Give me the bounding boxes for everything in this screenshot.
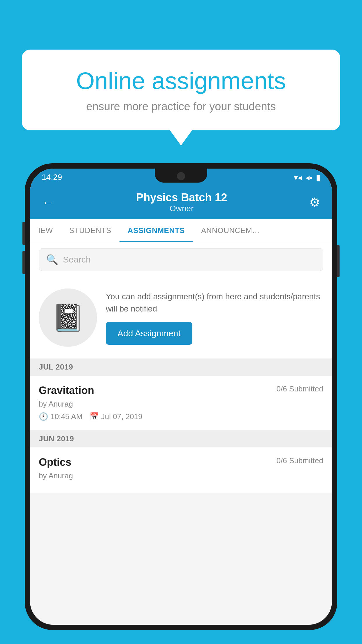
battery-icon: ▮ (316, 173, 320, 182)
speech-bubble-title: Online assignments (45, 67, 317, 94)
volume-down-button (22, 251, 25, 274)
add-assignment-description: You can add assignment(s) from here and … (106, 290, 323, 315)
signal-icon: ◂▪ (305, 173, 312, 182)
header-title-block: Physics Batch 12 Owner (54, 191, 309, 213)
calendar-icon: 📅 (89, 412, 99, 421)
assignment-title: Gravitation (39, 384, 94, 397)
tab-overview[interactable]: IEW (30, 219, 61, 242)
assignment-header-optics: Optics 0/6 Submitted (39, 456, 323, 468)
assignment-title-optics: Optics (39, 456, 71, 468)
assignment-header: Gravitation 0/6 Submitted (39, 384, 323, 397)
search-placeholder: Search (63, 255, 91, 265)
assignment-item-gravitation[interactable]: Gravitation 0/6 Submitted by Anurag 🕙 10… (30, 376, 332, 430)
settings-icon[interactable]: ⚙ (309, 195, 320, 209)
batch-role: Owner (170, 204, 194, 213)
power-button (337, 245, 340, 277)
speech-bubble-subtitle: ensure more practice for your students (45, 100, 317, 113)
add-assignment-button[interactable]: Add Assignment (106, 322, 192, 345)
phone-frame: 14:29 ▾◂ ◂▪ ▮ ← Physics Batch 12 Owner ⚙… (25, 163, 337, 630)
add-assignment-section: 📓 You can add assignment(s) from here an… (30, 277, 332, 358)
volume-up-button (22, 222, 25, 245)
app-header: ← Physics Batch 12 Owner ⚙ (30, 186, 332, 219)
status-time: 14:29 (42, 173, 62, 182)
assignment-date-value: Jul 07, 2019 (101, 412, 143, 421)
assignment-author-optics: by Anurag (39, 471, 323, 480)
tab-students[interactable]: STUDENTS (61, 219, 120, 242)
notebook-icon-circle: 📓 (39, 288, 97, 347)
assignment-time: 🕙 10:45 AM (39, 412, 82, 421)
search-icon: 🔍 (46, 254, 58, 265)
tab-announcements[interactable]: ANNOUNCEM… (193, 219, 268, 242)
back-button[interactable]: ← (42, 195, 54, 209)
status-icons: ▾◂ ◂▪ ▮ (294, 173, 320, 182)
wifi-icon: ▾◂ (294, 173, 302, 182)
month-separator-jul: JUL 2019 (30, 358, 332, 376)
assignment-submitted: 0/6 Submitted (277, 384, 323, 393)
search-bar[interactable]: 🔍 Search (39, 248, 323, 271)
speech-bubble-card: Online assignments ensure more practice … (22, 50, 340, 130)
assignment-time-value: 10:45 AM (50, 412, 82, 421)
month-separator-jun: JUN 2019 (30, 430, 332, 447)
tab-assignments[interactable]: ASSIGNMENTS (120, 219, 193, 242)
batch-name: Physics Batch 12 (54, 191, 309, 204)
tab-bar: IEW STUDENTS ASSIGNMENTS ANNOUNCEM… (30, 219, 332, 242)
phone-screen: 14:29 ▾◂ ◂▪ ▮ ← Physics Batch 12 Owner ⚙… (30, 169, 332, 625)
assignment-date: 📅 Jul 07, 2019 (89, 412, 143, 421)
assignment-meta: 🕙 10:45 AM 📅 Jul 07, 2019 (39, 412, 323, 421)
search-container: 🔍 Search (30, 242, 332, 277)
assignment-author: by Anurag (39, 400, 323, 409)
assignment-submitted-optics: 0/6 Submitted (277, 456, 323, 465)
assignment-item-optics[interactable]: Optics 0/6 Submitted by Anurag (30, 447, 332, 493)
phone-camera (177, 172, 185, 180)
notebook-icon: 📓 (52, 302, 84, 333)
clock-icon: 🕙 (39, 412, 48, 421)
add-section-content: You can add assignment(s) from here and … (106, 290, 323, 345)
